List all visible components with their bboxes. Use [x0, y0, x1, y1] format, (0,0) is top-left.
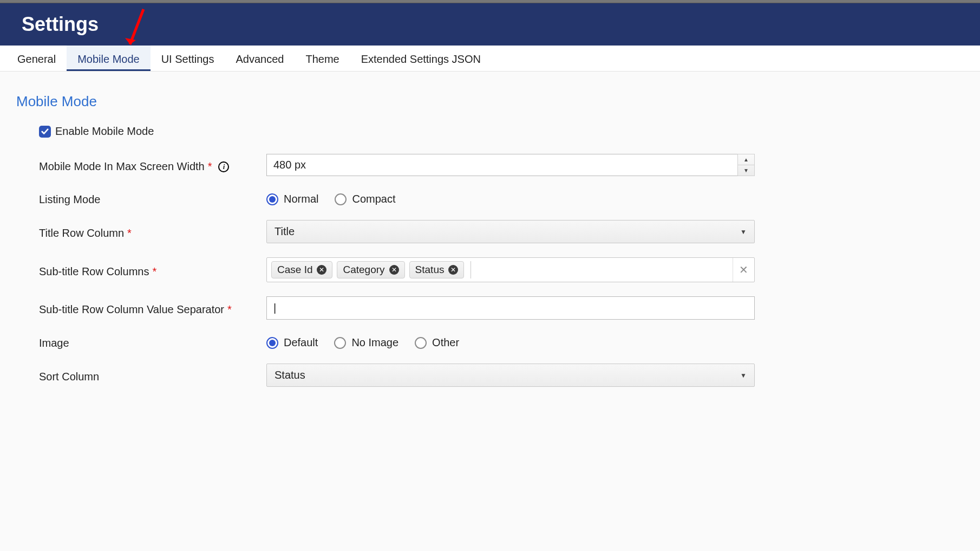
clear-all-chips-button[interactable]: ✕: [733, 258, 754, 282]
enable-mobile-mode-label: Enable Mobile Mode: [55, 125, 154, 138]
section-heading: Mobile Mode: [16, 93, 964, 110]
sort-column-label: Sort Column: [39, 364, 266, 387]
page-title: Settings: [22, 13, 980, 36]
chevron-down-icon: ▼: [740, 228, 747, 236]
tab-ui-settings[interactable]: UI Settings: [151, 46, 225, 71]
title-row-select[interactable]: Title ▼: [266, 220, 755, 243]
tab-label: Mobile Mode: [77, 53, 140, 65]
form-grid: Mobile Mode In Max Screen Width* i ▲ ▼ L…: [39, 154, 775, 387]
settings-content: Mobile Mode Enable Mobile Mode Mobile Mo…: [0, 72, 980, 409]
chevron-down-icon: ▼: [740, 372, 747, 379]
tab-general[interactable]: General: [6, 46, 67, 71]
max-width-input[interactable]: [266, 154, 737, 176]
required-mark: *: [208, 160, 212, 173]
radio-icon: [415, 337, 427, 349]
image-radios: Default No Image Other: [266, 334, 775, 349]
radio-icon: [266, 337, 278, 349]
image-default-radio[interactable]: Default: [266, 336, 318, 349]
image-label: Image: [39, 334, 266, 349]
tab-label: Extended Settings JSON: [361, 53, 481, 65]
max-width-label: Mobile Mode In Max Screen Width* i: [39, 154, 266, 176]
enable-mobile-mode-checkbox[interactable]: [39, 126, 51, 138]
check-icon: [41, 128, 49, 135]
chip-case-id: Case Id ✕: [271, 261, 332, 278]
select-value: Status: [275, 369, 305, 381]
tab-label: Theme: [305, 53, 339, 65]
chip-remove-icon[interactable]: ✕: [317, 265, 326, 275]
enable-mobile-mode-row: Enable Mobile Mode: [39, 125, 964, 138]
separator-input[interactable]: [266, 296, 755, 320]
image-other-radio[interactable]: Other: [415, 336, 459, 349]
radio-icon: [335, 193, 347, 205]
chip-container: Case Id ✕ Category ✕ Status ✕: [267, 258, 733, 282]
tab-mobile-mode[interactable]: Mobile Mode: [67, 46, 151, 71]
listing-mode-label: Listing Mode: [39, 190, 266, 206]
max-width-field: ▲ ▼: [266, 154, 755, 176]
required-mark: *: [152, 265, 156, 278]
title-row-label: Title Row Column*: [39, 220, 266, 243]
page-header: Settings: [0, 3, 980, 46]
radio-icon: [266, 193, 278, 205]
subtitle-cols-label: Sub-title Row Columns*: [39, 257, 266, 282]
tab-label: Advanced: [236, 53, 284, 65]
chip-category: Category ✕: [337, 261, 404, 278]
chip-status: Status ✕: [409, 261, 465, 278]
tab-theme[interactable]: Theme: [295, 46, 350, 71]
max-width-spinner: ▲ ▼: [737, 154, 755, 176]
listing-mode-radios: Normal Compact: [266, 190, 775, 206]
image-noimage-radio[interactable]: No Image: [334, 336, 398, 349]
chip-remove-icon[interactable]: ✕: [389, 265, 399, 275]
required-mark: *: [227, 303, 232, 316]
tab-label: General: [17, 53, 56, 65]
select-value: Title: [275, 225, 295, 237]
tab-extended-json[interactable]: Extended Settings JSON: [350, 46, 492, 71]
spinner-down-button[interactable]: ▼: [738, 165, 754, 176]
tab-advanced[interactable]: Advanced: [225, 46, 295, 71]
listing-mode-compact-radio[interactable]: Compact: [335, 193, 395, 205]
settings-tabs: General Mobile Mode UI Settings Advanced…: [0, 46, 980, 72]
separator-label: Sub-title Row Column Value Separator*: [39, 296, 266, 320]
info-icon[interactable]: i: [218, 161, 229, 172]
sort-column-select[interactable]: Status ▼: [266, 364, 755, 387]
required-mark: *: [127, 227, 132, 239]
subtitle-cols-field: Case Id ✕ Category ✕ Status ✕ ✕: [266, 257, 755, 282]
chip-remove-icon[interactable]: ✕: [448, 265, 458, 275]
radio-icon: [334, 337, 346, 349]
spinner-up-button[interactable]: ▲: [738, 154, 754, 165]
tab-label: UI Settings: [161, 53, 214, 65]
subtitle-cols-input[interactable]: [471, 261, 728, 278]
listing-mode-normal-radio[interactable]: Normal: [266, 193, 318, 205]
